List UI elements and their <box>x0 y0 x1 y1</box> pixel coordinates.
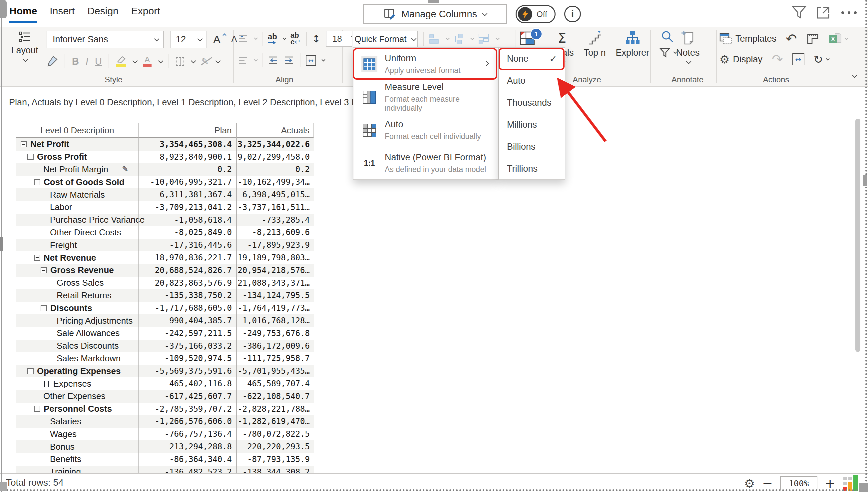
clear-formatting-button[interactable]: ✎ <box>201 56 209 67</box>
chevron-down-icon[interactable] <box>158 58 163 63</box>
collapse-toggle-icon[interactable] <box>34 255 40 261</box>
resize-handle-top[interactable] <box>428 0 439 3</box>
chevron-down-icon[interactable] <box>254 36 258 40</box>
table-row[interactable]: Retail Returns -135,338,750.2 -134,124,7… <box>16 289 314 302</box>
table-row[interactable]: Net Profit Margin ✎ 0.2 0.2 <box>16 163 314 176</box>
search-icon[interactable] <box>661 30 674 43</box>
menu-item-uniform[interactable]: Uniform Apply universal format <box>353 48 498 81</box>
chevron-down-icon[interactable] <box>496 36 499 40</box>
menu-item-auto[interactable]: Auto Format each cell individually <box>353 114 498 147</box>
collapse-toggle-icon[interactable] <box>34 406 40 412</box>
more-options-icon[interactable] <box>839 11 859 14</box>
table-row[interactable]: Sales Discounts -375,166,033.2 -386,172,… <box>16 340 314 352</box>
italic-button[interactable]: I <box>86 56 88 67</box>
edit-pencil-icon[interactable]: ✎ <box>122 165 128 173</box>
vertical-align-icon[interactable] <box>238 34 248 43</box>
drag-handle[interactable] <box>0 0 7 18</box>
increase-indent-icon[interactable] <box>284 56 294 65</box>
number-scaling-button[interactable]: 1 <box>520 29 543 49</box>
chevron-down-icon[interactable] <box>321 58 325 62</box>
highlight-color-button[interactable] <box>116 56 126 67</box>
vertical-scrollbar[interactable] <box>856 119 860 352</box>
collapse-ribbon-icon[interactable] <box>852 73 857 78</box>
refresh-button[interactable]: ↻ <box>814 53 829 66</box>
column-header-description[interactable]: Level 0 Description <box>16 125 138 136</box>
column-header-actuals[interactable]: Actuals <box>236 125 314 136</box>
table-row[interactable]: Pricing Adjustments -990,404,385.7 -1,01… <box>16 314 314 327</box>
top-n-button[interactable]: Top n <box>584 30 606 58</box>
table-row[interactable]: Raw Materials -6,311,381,367.4 -6,398,49… <box>16 188 314 201</box>
table-row[interactable]: Labor -3,709,213,041.2 -3,737,161,511… <box>16 201 314 214</box>
table-row[interactable]: Other Expenses -617,425,607.7 -622,108,5… <box>16 390 314 403</box>
font-color-button[interactable]: A <box>143 56 152 67</box>
table-row[interactable]: Sale Allowances -242,597,211.5 -249,753,… <box>16 327 314 340</box>
collapse-toggle-icon[interactable] <box>21 141 27 147</box>
table-row[interactable]: Gross Revenue 20,688,524,826.7 20,954,21… <box>16 264 314 277</box>
menu-item-native-power-bi-format[interactable]: 1:1 Native (Power BI Format) As defined … <box>353 147 498 180</box>
font-size-select[interactable]: 12 <box>170 31 207 48</box>
column-width-button[interactable]: ↔ <box>306 55 316 66</box>
table-row[interactable]: Freight -17,316,445.6 -17,895,923.9 <box>16 239 314 251</box>
chevron-down-icon[interactable] <box>215 58 220 63</box>
fit-width-button[interactable]: ↔ <box>792 53 805 65</box>
collapse-toggle-icon[interactable] <box>41 305 47 311</box>
tab-design[interactable]: Design <box>87 5 118 23</box>
submenu-item-billions[interactable]: Billions <box>499 136 565 158</box>
table-row[interactable]: Purchase Price Variance -1,058,618.4 -73… <box>16 214 314 226</box>
layout-button[interactable]: Layout <box>8 31 41 62</box>
column-header-plan[interactable]: Plan <box>138 125 236 136</box>
collapse-toggle-icon[interactable] <box>27 154 34 160</box>
submenu-item-millions[interactable]: Millions <box>499 114 565 136</box>
export-excel-button[interactable]: X <box>828 33 847 45</box>
table-row[interactable]: Salaries -1,266,576,606.0 -1,282,619,470… <box>16 415 314 428</box>
wrap-text-button[interactable]: abc↵ <box>290 32 301 45</box>
resize-handle-left[interactable] <box>0 237 3 251</box>
redo-button[interactable]: ↷ <box>772 53 783 66</box>
resize-ruler-icon[interactable] <box>806 33 819 45</box>
table-row[interactable]: Training -136,482,523.2 -138,344,308.2 <box>16 466 314 473</box>
table-header-row[interactable]: Level 0 Description Plan Actuals <box>16 123 314 138</box>
filter-icon[interactable] <box>659 47 670 58</box>
ai-toggle[interactable]: Off <box>516 5 556 23</box>
chevron-down-icon[interactable] <box>191 58 196 63</box>
settings-gear-icon[interactable]: ⚙ <box>744 477 755 490</box>
table-row[interactable]: Cost of Goods Sold -10,046,995,321.7 -10… <box>16 176 314 188</box>
borders-button[interactable] <box>176 57 184 66</box>
increase-font-button[interactable]: A <box>213 33 225 46</box>
resize-handle-bottom-left[interactable] <box>0 482 7 491</box>
table-row[interactable]: Net Profit 3,354,465,308.4 3,325,344,022… <box>16 138 314 151</box>
layout-blocks-icon[interactable] <box>478 33 490 45</box>
resize-handle-bottom-right[interactable] <box>859 483 868 492</box>
decrease-indent-icon[interactable] <box>268 56 279 65</box>
underline-button[interactable]: U <box>95 56 102 67</box>
table-row[interactable]: Personnel Costs -2,785,359,707.2 -2,828,… <box>16 403 314 415</box>
display-button[interactable]: ⚙ Display <box>719 53 762 66</box>
notes-button[interactable]: Notes <box>676 30 700 64</box>
collapse-toggle-icon[interactable] <box>27 368 34 374</box>
text-overflow-button[interactable]: ab <box>268 33 277 44</box>
table-row[interactable]: Sales Markdown -109,520,974.5 -111,725,9… <box>16 352 314 365</box>
templates-button[interactable]: Templates <box>719 33 777 44</box>
table-row[interactable]: Bonus -213,294,288.8 -220,220,293.5 <box>16 440 314 453</box>
chevron-down-icon[interactable] <box>446 36 449 40</box>
resize-handle-right[interactable] <box>863 175 867 186</box>
submenu-item-none[interactable]: None ✓ <box>499 48 565 70</box>
table-row[interactable]: Benefits -86,364,340.4 -87,793,135.9 <box>16 453 314 466</box>
table-row[interactable]: Other Direct Costs -8,025,849.0 -8,213,6… <box>16 226 314 239</box>
data-bars-icon[interactable] <box>429 33 440 45</box>
column-divider[interactable] <box>236 123 237 473</box>
submenu-item-thousands[interactable]: Thousands <box>499 92 565 114</box>
tab-insert[interactable]: Insert <box>50 5 75 23</box>
info-icon[interactable]: i <box>564 6 581 22</box>
quick-format-button[interactable]: Quick Format <box>352 31 418 47</box>
filter-icon[interactable] <box>791 5 807 20</box>
menu-item-measure-level[interactable]: Measure Level Format each measure indivi… <box>353 81 498 114</box>
chevron-down-icon[interactable] <box>254 58 258 62</box>
collapse-toggle-icon[interactable] <box>34 179 40 185</box>
table-row[interactable]: Gross Sales 20,823,863,576.9 21,088,343,… <box>16 277 314 289</box>
explorer-button[interactable]: Explorer <box>616 30 650 58</box>
zoom-out-button[interactable]: − <box>762 477 773 490</box>
zoom-in-button[interactable]: + <box>825 477 835 490</box>
manage-columns-button[interactable]: Manage Columns <box>363 4 507 24</box>
zoom-level-value[interactable]: 100% <box>780 476 817 490</box>
